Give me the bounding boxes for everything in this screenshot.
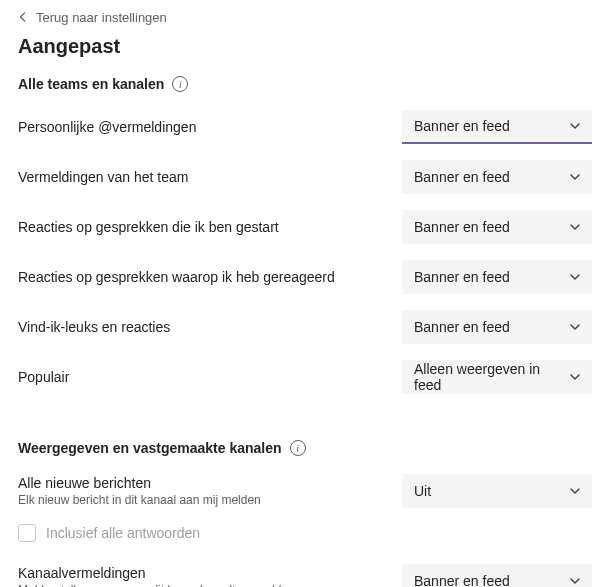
checkbox-icon <box>18 524 36 542</box>
setting-replies-reacted: Reacties op gesprekken waarop ik heb ger… <box>18 260 592 294</box>
chevron-left-icon <box>18 10 28 25</box>
chevron-down-icon <box>568 370 582 384</box>
chevron-down-icon <box>568 574 582 588</box>
setting-label: Vermeldingen van het team <box>18 169 382 185</box>
page-title: Aangepast <box>18 35 592 58</box>
select-value: Banner en feed <box>414 319 510 335</box>
select-likes-reactions[interactable]: Banner en feed <box>402 310 592 344</box>
select-value: Uit <box>414 483 431 499</box>
setting-label: Persoonlijke @vermeldingen <box>18 119 382 135</box>
setting-label: Kanaalvermeldingen <box>18 565 382 581</box>
select-value: Banner en feed <box>414 573 510 588</box>
select-value: Alleen weergeven in feed <box>414 361 568 393</box>
setting-channel-mentions: Kanaalvermeldingen Melden telkens wannee… <box>18 564 592 587</box>
section-shown-pinned-header: Weergegeven en vastgemaakte kanalen i <box>18 440 592 456</box>
setting-likes-reactions: Vind-ik-leuks en reacties Banner en feed <box>18 310 592 344</box>
select-channel-mentions[interactable]: Banner en feed <box>402 564 592 587</box>
setting-label: Reacties op gesprekken waarop ik heb ger… <box>18 269 382 285</box>
setting-label: Reacties op gesprekken die ik ben gestar… <box>18 219 382 235</box>
chevron-down-icon <box>568 484 582 498</box>
setting-trending: Populair Alleen weergeven in feed <box>18 360 592 394</box>
select-team-mentions[interactable]: Banner en feed <box>402 160 592 194</box>
setting-team-mentions: Vermeldingen van het team Banner en feed <box>18 160 592 194</box>
select-all-new-messages[interactable]: Uit <box>402 474 592 508</box>
setting-personal-mentions: Persoonlijke @vermeldingen Banner en fee… <box>18 110 592 144</box>
chevron-down-icon <box>568 170 582 184</box>
info-icon[interactable]: i <box>172 76 188 92</box>
setting-all-new-messages: Alle nieuwe berichten Elk nieuw bericht … <box>18 474 592 508</box>
checkbox-label: Inclusief alle antwoorden <box>46 525 200 541</box>
chevron-down-icon <box>568 270 582 284</box>
section-title: Alle teams en kanalen <box>18 76 164 92</box>
select-value: Banner en feed <box>414 219 510 235</box>
chevron-down-icon <box>568 320 582 334</box>
setting-label: Vind-ik-leuks en reacties <box>18 319 382 335</box>
select-value: Banner en feed <box>414 118 510 134</box>
select-trending[interactable]: Alleen weergeven in feed <box>402 360 592 394</box>
setting-label: Populair <box>18 369 382 385</box>
chevron-down-icon <box>568 119 582 133</box>
section-title: Weergegeven en vastgemaakte kanalen <box>18 440 282 456</box>
setting-replies-started: Reacties op gesprekken die ik ben gestar… <box>18 210 592 244</box>
back-to-settings-link[interactable]: Terug naar instellingen <box>18 10 592 25</box>
select-replies-started[interactable]: Banner en feed <box>402 210 592 244</box>
select-personal-mentions[interactable]: Banner en feed <box>402 110 592 144</box>
section-all-teams-header: Alle teams en kanalen i <box>18 76 592 92</box>
checkbox-include-all-replies[interactable]: Inclusief alle antwoorden <box>18 524 592 542</box>
info-icon[interactable]: i <box>290 440 306 456</box>
setting-label: Alle nieuwe berichten <box>18 475 382 491</box>
chevron-down-icon <box>568 220 582 234</box>
select-value: Banner en feed <box>414 269 510 285</box>
setting-sublabel: Melden telkens wanneer dit kanaal wordt … <box>18 583 382 587</box>
back-link-label: Terug naar instellingen <box>36 10 167 25</box>
select-replies-reacted[interactable]: Banner en feed <box>402 260 592 294</box>
setting-sublabel: Elk nieuw bericht in dit kanaal aan mij … <box>18 493 382 507</box>
select-value: Banner en feed <box>414 169 510 185</box>
